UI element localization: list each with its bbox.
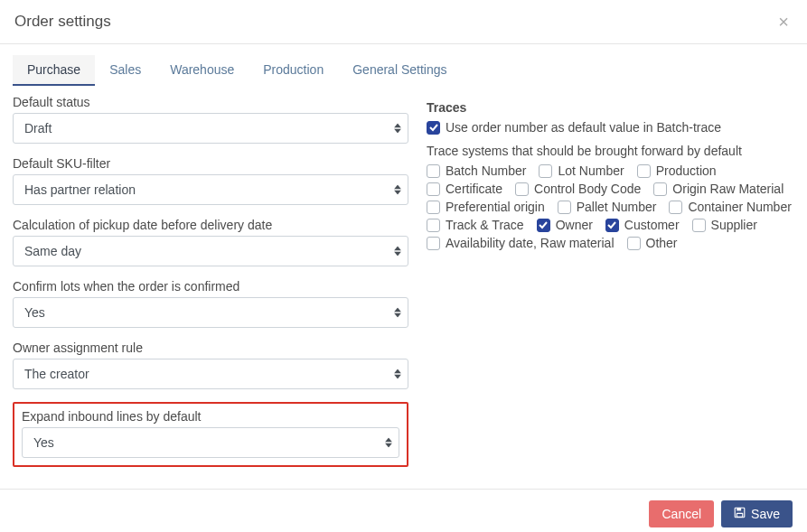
select-pickup-calc[interactable]: Same day bbox=[13, 236, 408, 266]
trace-system-label: Origin Raw Material bbox=[672, 182, 784, 196]
traces-heading: Traces bbox=[427, 100, 794, 115]
trace-system-item: Preferential origin bbox=[427, 200, 545, 214]
trace-forward-intro: Trace systems that should be brought for… bbox=[427, 144, 794, 158]
save-button[interactable]: Save bbox=[721, 500, 793, 527]
trace-system-item: Lot Number bbox=[539, 163, 624, 178]
checkbox-trace-supplier[interactable] bbox=[692, 219, 706, 232]
checkbox-trace-origin-raw-material[interactable] bbox=[653, 182, 667, 196]
trace-system-item: Pallet Number bbox=[558, 200, 657, 214]
label-owner-rule: Owner assignment rule bbox=[13, 341, 408, 355]
trace-system-label: Certificate bbox=[446, 182, 502, 196]
tab-label: General Settings bbox=[352, 62, 446, 77]
tab-warehouse[interactable]: Warehouse bbox=[155, 55, 249, 86]
trace-system-item: Batch Number bbox=[427, 163, 526, 178]
tab-production[interactable]: Production bbox=[249, 55, 338, 86]
label-expand-inbound: Expand inbound lines by default bbox=[22, 409, 399, 424]
trace-system-label: Customer bbox=[624, 218, 680, 232]
checkbox-trace-lot-number[interactable] bbox=[539, 164, 552, 178]
checkbox-use-order-number[interactable] bbox=[427, 121, 440, 135]
trace-system-item: Availability date, Raw material bbox=[427, 236, 615, 250]
field-pickup-calc: Calculation of pickup date before delive… bbox=[13, 218, 408, 266]
save-icon bbox=[734, 507, 746, 521]
trace-system-label: Container Number bbox=[688, 200, 791, 214]
trace-system-label: Pallet Number bbox=[577, 200, 657, 214]
checkbox-trace-other[interactable] bbox=[627, 237, 641, 250]
label-confirm-lots: Confirm lots when the order is confirmed bbox=[13, 279, 408, 294]
label-default-sku-filter: Default SKU-filter bbox=[13, 156, 408, 171]
cancel-button[interactable]: Cancel bbox=[649, 500, 714, 527]
checkbox-trace-production[interactable] bbox=[637, 164, 651, 178]
checkbox-trace-preferential-origin[interactable] bbox=[427, 201, 440, 214]
use-order-number-row: Use order number as default value in Bat… bbox=[427, 120, 794, 135]
modal-header: Order settings × bbox=[0, 0, 807, 44]
svg-rect-1 bbox=[737, 508, 741, 510]
tab-general-settings[interactable]: General Settings bbox=[338, 55, 461, 86]
trace-systems-grid: Batch NumberLot NumberProductionCertific… bbox=[427, 163, 794, 250]
trace-system-item: Customer bbox=[605, 218, 680, 232]
trace-system-label: Preferential origin bbox=[446, 200, 545, 214]
select-default-status[interactable]: Draft bbox=[13, 113, 408, 144]
svg-rect-2 bbox=[737, 513, 743, 517]
select-expand-inbound[interactable]: Yes bbox=[22, 427, 399, 458]
trace-system-item: Supplier bbox=[692, 218, 757, 232]
checkbox-trace-customer[interactable] bbox=[605, 219, 619, 232]
tab-purchase[interactable]: Purchase bbox=[13, 55, 95, 86]
modal-title: Order settings bbox=[14, 13, 774, 31]
select-owner-rule[interactable]: The creator bbox=[13, 359, 408, 389]
trace-system-label: Lot Number bbox=[558, 163, 624, 178]
checkbox-trace-certificate[interactable] bbox=[427, 182, 440, 196]
checkbox-trace-pallet-number[interactable] bbox=[558, 201, 571, 214]
trace-system-label: Other bbox=[646, 236, 678, 250]
field-expand-inbound-highlight: Expand inbound lines by default Yes bbox=[13, 402, 408, 467]
tab-label: Warehouse bbox=[170, 62, 234, 77]
checkbox-trace-owner[interactable] bbox=[537, 219, 550, 232]
tab-label: Sales bbox=[109, 62, 141, 77]
trace-system-item: Container Number bbox=[669, 200, 791, 214]
close-icon[interactable]: × bbox=[774, 13, 793, 31]
select-default-sku-filter[interactable]: Has partner relation bbox=[13, 174, 408, 205]
field-owner-rule: Owner assignment rule The creator bbox=[13, 341, 408, 389]
label-default-status: Default status bbox=[13, 95, 408, 109]
trace-system-item: Track & Trace bbox=[427, 218, 524, 232]
select-confirm-lots[interactable]: Yes bbox=[13, 297, 408, 328]
save-button-label: Save bbox=[751, 507, 780, 521]
trace-system-label: Supplier bbox=[711, 218, 757, 232]
field-expand-inbound: Expand inbound lines by default Yes bbox=[22, 409, 399, 458]
cancel-button-label: Cancel bbox=[662, 507, 701, 521]
trace-system-label: Control Body Code bbox=[534, 182, 641, 196]
trace-system-label: Availability date, Raw material bbox=[446, 236, 615, 250]
trace-system-item: Owner bbox=[537, 218, 593, 232]
order-settings-modal: Order settings × PurchaseSalesWarehouseP… bbox=[0, 0, 807, 532]
tab-sales[interactable]: Sales bbox=[95, 55, 155, 86]
modal-body: Default status Draft Default SKU-filter … bbox=[0, 86, 807, 489]
field-confirm-lots: Confirm lots when the order is confirmed… bbox=[13, 279, 408, 328]
modal-footer: Cancel Save bbox=[0, 489, 807, 532]
checkbox-trace-batch-number[interactable] bbox=[427, 164, 440, 178]
trace-system-label: Track & Trace bbox=[446, 218, 524, 232]
trace-system-label: Owner bbox=[556, 218, 593, 232]
checkbox-trace-container-number[interactable] bbox=[669, 201, 682, 214]
label-use-order-number: Use order number as default value in Bat… bbox=[446, 120, 721, 135]
tab-label: Production bbox=[263, 62, 324, 77]
trace-system-item: Other bbox=[627, 236, 678, 250]
checkbox-trace-availability-date-raw-material[interactable] bbox=[427, 237, 440, 250]
trace-system-item: Production bbox=[637, 163, 717, 178]
right-column: Traces Use order number as default value… bbox=[427, 95, 794, 467]
label-pickup-calc: Calculation of pickup date before delive… bbox=[13, 218, 408, 232]
trace-system-item: Control Body Code bbox=[515, 182, 641, 196]
left-column: Default status Draft Default SKU-filter … bbox=[13, 95, 408, 467]
trace-system-label: Batch Number bbox=[446, 163, 526, 178]
tab-bar: PurchaseSalesWarehouseProductionGeneral … bbox=[0, 44, 807, 86]
trace-system-label: Production bbox=[656, 163, 717, 178]
trace-system-item: Origin Raw Material bbox=[653, 182, 784, 196]
trace-system-item: Certificate bbox=[427, 182, 502, 196]
field-default-status: Default status Draft bbox=[13, 95, 408, 144]
checkbox-trace-track-trace[interactable] bbox=[427, 219, 440, 232]
checkbox-trace-control-body-code[interactable] bbox=[515, 182, 529, 196]
tab-label: Purchase bbox=[27, 62, 80, 77]
field-default-sku-filter: Default SKU-filter Has partner relation bbox=[13, 156, 408, 205]
